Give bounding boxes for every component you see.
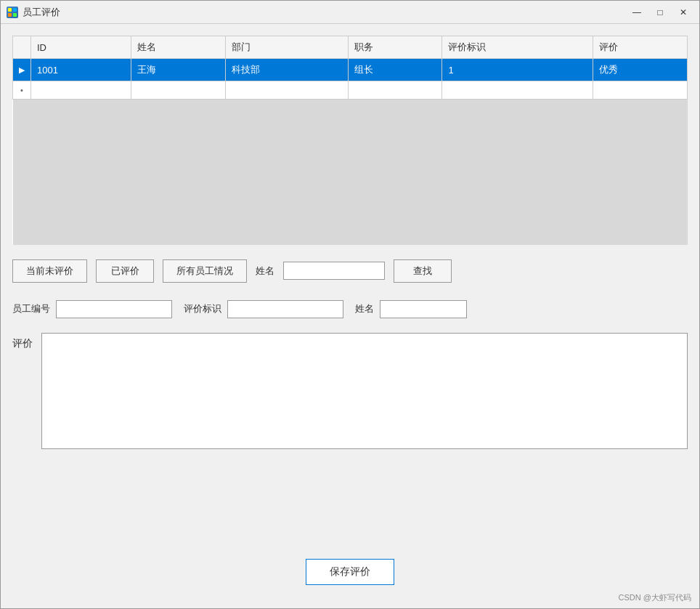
save-row: 保存评价 — [12, 553, 688, 597]
cell-id — [31, 81, 131, 100]
cell-rating — [593, 81, 688, 100]
name-search-label: 姓名 — [256, 265, 274, 278]
cell-department: 科技部 — [226, 59, 349, 81]
close-button[interactable]: ✕ — [673, 4, 693, 20]
col-department: 部门 — [226, 36, 349, 59]
col-position: 职务 — [348, 36, 442, 59]
cell-id: 1001 — [31, 59, 131, 81]
employee-table: ID 姓名 部门 职务 评价标识 评价 ▶ 1001 — [12, 36, 688, 245]
name-search-input[interactable] — [283, 262, 385, 280]
cell-rating-mark — [442, 81, 593, 100]
all-employees-button[interactable]: 所有员工情况 — [163, 259, 247, 283]
main-content: ID 姓名 部门 职务 评价标识 评价 ▶ 1001 — [1, 24, 699, 608]
table-container: ID 姓名 部门 职务 评价标识 评价 ▶ 1001 — [12, 36, 688, 245]
app-icon — [7, 7, 18, 18]
window-title: 员工评价 — [23, 6, 627, 19]
emp-id-group: 员工编号 — [12, 300, 172, 318]
table-header-row: ID 姓名 部门 职务 评价标识 评价 — [13, 36, 688, 59]
cell-name: 王海 — [131, 59, 226, 81]
table-row[interactable]: • — [13, 81, 688, 100]
svg-rect-1 — [13, 8, 17, 12]
row-indicator: ▶ — [13, 59, 31, 81]
rating-mark-label: 评价标识 — [184, 302, 221, 315]
eval-section: 评价 — [12, 333, 688, 542]
table-row[interactable]: ▶ 1001 王海 科技部 组长 1 优秀 — [13, 59, 688, 81]
main-window: 员工评价 — □ ✕ ID 姓名 部门 职务 — [0, 0, 700, 609]
cell-department — [226, 81, 349, 100]
row-indicator: • — [13, 81, 31, 100]
rating-mark-input[interactable] — [227, 300, 343, 318]
emp-id-label: 员工编号 — [12, 302, 50, 315]
form-row: 员工编号 评价标识 姓名 — [12, 297, 688, 321]
cell-position: 组长 — [348, 59, 442, 81]
col-rating-mark: 评价标识 — [442, 36, 593, 59]
not-rated-button[interactable]: 当前未评价 — [12, 259, 87, 283]
rated-button[interactable]: 已评价 — [96, 259, 154, 283]
minimize-button[interactable]: — — [627, 4, 647, 20]
cell-rating: 优秀 — [593, 59, 688, 81]
col-name: 姓名 — [131, 36, 226, 59]
eval-label: 评价 — [12, 333, 33, 350]
table-scroll-area[interactable]: ID 姓名 部门 职务 评价标识 评价 ▶ 1001 — [12, 36, 688, 245]
svg-rect-3 — [13, 13, 17, 17]
rating-mark-group: 评价标识 — [184, 300, 343, 318]
name-form-input[interactable] — [380, 300, 467, 318]
emp-id-input[interactable] — [56, 300, 172, 318]
cell-name — [131, 81, 226, 100]
table-body: ▶ 1001 王海 科技部 组长 1 优秀 • — [13, 59, 688, 245]
filter-buttons-row: 当前未评价 已评价 所有员工情况 姓名 查找 — [12, 257, 688, 286]
name-form-group: 姓名 — [355, 300, 467, 318]
window-controls: — □ ✕ — [627, 4, 693, 20]
title-bar: 员工评价 — □ ✕ — [1, 1, 699, 24]
col-indicator — [13, 36, 31, 59]
eval-textarea[interactable] — [41, 333, 688, 449]
save-rating-button[interactable]: 保存评价 — [306, 559, 394, 585]
col-id: ID — [31, 36, 131, 59]
find-button[interactable]: 查找 — [394, 259, 452, 283]
maximize-button[interactable]: □ — [650, 4, 670, 20]
watermark: CSDN @大虾写代码 — [619, 592, 691, 603]
name-form-label: 姓名 — [355, 302, 374, 315]
cell-rating-mark: 1 — [442, 59, 593, 81]
cell-position — [348, 81, 442, 100]
svg-rect-2 — [8, 13, 12, 17]
col-rating: 评价 — [593, 36, 688, 59]
svg-rect-0 — [8, 8, 12, 12]
